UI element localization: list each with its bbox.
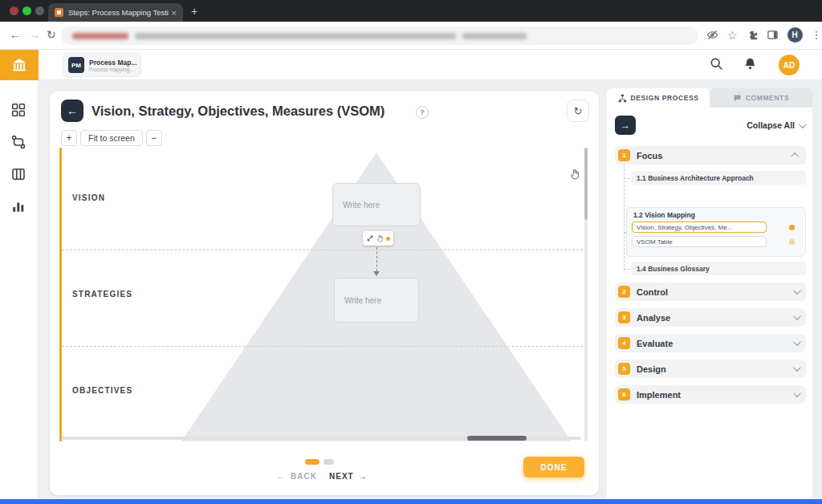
privacy-eye-off-icon[interactable] (706, 29, 718, 41)
substep-business-architecture[interactable]: 1.1 Business Architecture Approach (631, 171, 806, 185)
browser-profile-avatar[interactable]: H (787, 27, 803, 43)
node-tool-chip[interactable] (363, 231, 393, 246)
fit-to-screen-button[interactable]: Fit to screen (80, 130, 143, 146)
step-item-focus[interactable]: 1 Focus (615, 146, 806, 165)
vsom-canvas-card: ← Vision, Strategy, Objectives, Measures… (50, 91, 599, 495)
step-label: Focus (637, 151, 787, 161)
browser-back-icon[interactable]: ← (10, 28, 21, 41)
nav-item-process-flow[interactable] (11, 135, 27, 151)
screen: Steps: Process Mapping Testin × + ← → ↻ … (0, 0, 822, 504)
notifications-bell-icon[interactable] (743, 57, 757, 71)
vision-text-box[interactable]: Write here (332, 183, 421, 226)
step-item-evaluate[interactable]: 4 Evaluate (615, 334, 806, 352)
step-number-badge: 4 (618, 337, 630, 349)
extensions-puzzle-icon[interactable] (747, 30, 758, 41)
row-label-strategies: STRATEGIES (72, 290, 132, 299)
chevron-down-icon (793, 389, 801, 397)
refresh-button[interactable]: ↻ (567, 100, 589, 122)
panel-collapse-toggle[interactable]: → (615, 116, 636, 135)
panel-body: → Collapse All 1 Focus 1.1 Business Arch… (607, 108, 812, 499)
strategy-text-box[interactable]: Write here (334, 278, 419, 323)
vsom-diagram-field-selected[interactable]: Vision, Strategy, Objectives, Me... (632, 222, 767, 233)
browser-forward-icon[interactable]: → (29, 28, 40, 41)
zoom-out-button[interactable]: − (146, 130, 162, 146)
side-panel-icon[interactable] (767, 29, 779, 41)
step-item-control[interactable]: 2 Control (615, 282, 806, 301)
row-label-vision: VISION (72, 193, 105, 202)
tab-close-icon[interactable]: × (172, 8, 177, 18)
step-number-badge: 2 (618, 286, 630, 298)
step-number-badge: 6 (618, 388, 630, 400)
page-dot-active[interactable] (305, 459, 319, 465)
substep-business-glossary[interactable]: 1.4 Business Glossary (631, 262, 806, 275)
redacted-url-segment (135, 33, 456, 39)
row-label-objectives: OBJECTIVES (72, 386, 132, 395)
window-zoom-button[interactable] (35, 6, 44, 15)
redacted-url-segment (462, 33, 527, 39)
page-dot[interactable] (324, 459, 334, 465)
substep-vision-mapping-group: 1.2 Vision Mapping Vision, Strategy, Obj… (626, 207, 806, 257)
chevron-up-icon (791, 152, 799, 161)
collapse-all-button[interactable]: Collapse All (747, 120, 804, 130)
bookmark-star-icon[interactable]: ☆ (727, 29, 738, 42)
back-button[interactable]: ← (61, 100, 83, 122)
browser-menu-icon[interactable]: ⋮ (812, 29, 822, 41)
row-divider (62, 250, 583, 250)
window-minimize-button[interactable] (22, 6, 31, 15)
sitemap-icon (618, 94, 627, 103)
status-dot-active (789, 225, 795, 230)
tab-design-process[interactable]: DESIGN PROCESS (607, 88, 710, 108)
back-arrow-icon: ← (277, 472, 286, 481)
new-tab-button[interactable]: + (191, 5, 197, 18)
page-title: Vision, Strategy, Objectives, Measures (… (92, 104, 385, 119)
step-label: Control (637, 287, 787, 297)
horizontal-scrollbar-thumb[interactable] (467, 436, 527, 441)
zoom-in-button[interactable]: + (61, 130, 77, 146)
canvas-accent-line (59, 148, 62, 441)
nav-item-dashboard[interactable] (11, 103, 27, 119)
bar-chart-icon (11, 199, 26, 213)
step-label: Design (637, 364, 787, 374)
workspace-switcher[interactable]: PM Process Map... Process mapping... (63, 53, 141, 77)
nav-item-kanban[interactable] (11, 167, 27, 183)
tab-comments[interactable]: COMMENTS (710, 88, 812, 108)
status-dot-pending (789, 239, 795, 245)
window-close-button[interactable] (10, 6, 18, 15)
step-item-implement[interactable]: 6 Implement (615, 385, 806, 404)
chevron-down-icon (793, 338, 801, 346)
back-step-button[interactable]: ← BACK (277, 472, 317, 481)
vision-mapping-label[interactable]: 1.2 Vision Mapping (633, 211, 695, 219)
back-step-label: BACK (291, 472, 317, 481)
browser-reload-icon[interactable]: ↻ (47, 28, 56, 41)
tab-comments-label: COMMENTS (746, 94, 789, 102)
step-item-analyse[interactable]: 3 Analyse (615, 308, 806, 327)
help-icon[interactable]: ? (416, 106, 429, 119)
app-header: PM Process Map... Process mapping... AD (39, 50, 822, 80)
pagination-dots (305, 459, 334, 465)
grid-icon (11, 103, 26, 117)
user-avatar[interactable]: AD (779, 55, 800, 75)
vertical-scrollbar-thumb[interactable] (584, 148, 588, 220)
browser-tab[interactable]: Steps: Process Mapping Testin × (48, 3, 183, 22)
tab-favicon (55, 8, 63, 17)
search-icon[interactable] (710, 57, 723, 71)
design-process-panel: DESIGN PROCESS COMMENTS → Collapse All 1… (607, 88, 812, 499)
step-label: Analyse (637, 313, 787, 323)
done-button[interactable]: DONE (523, 457, 584, 478)
redacted-url-segment (72, 33, 128, 39)
next-step-button[interactable]: NEXT → (329, 472, 368, 481)
step-number-badge: 5 (618, 363, 630, 375)
nav-item-home-active[interactable] (0, 50, 39, 80)
tab-design-process-label: DESIGN PROCESS (631, 94, 699, 102)
vsom-diagram-canvas[interactable]: VISION STRATEGIES OBJECTIVES Write here … (59, 148, 588, 441)
bottom-blue-bar (0, 499, 822, 504)
step-item-design[interactable]: 5 Design (615, 360, 806, 378)
chevron-down-icon (793, 312, 801, 320)
address-bar[interactable] (61, 26, 698, 45)
vsom-table-field[interactable]: VSOM Table (632, 236, 767, 247)
workspace-title: Process Map... (89, 59, 137, 67)
nav-item-analytics[interactable] (11, 199, 27, 215)
tab-title: Steps: Process Mapping Testin (68, 8, 169, 17)
chevron-down-icon (793, 364, 801, 372)
bank-icon (11, 57, 27, 73)
